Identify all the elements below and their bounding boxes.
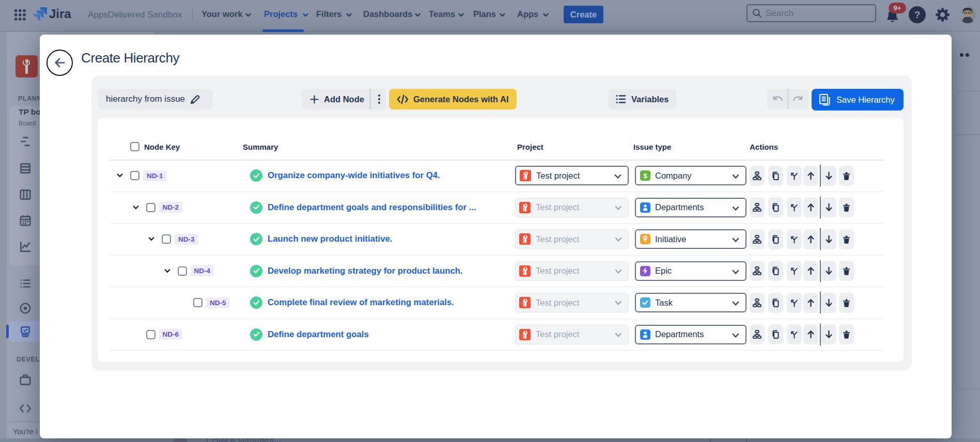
svg-text:$: $ bbox=[643, 172, 647, 180]
